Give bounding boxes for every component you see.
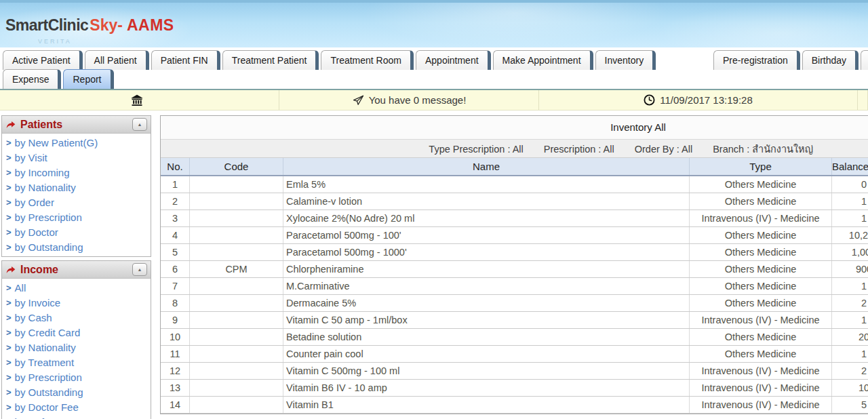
sidebar-item-by-outstanding[interactable]: > by Outstanding (5, 239, 151, 254)
sidebar-item-all[interactable]: > All (5, 280, 151, 295)
chevron-right-icon: > (6, 182, 12, 193)
tab-inventory[interactable]: Inventory (595, 50, 656, 70)
table-header-row: No. Code Name Type Balance (161, 158, 868, 176)
sidebar-item-by-nationality[interactable]: > by Nationality (5, 180, 151, 195)
cell-type: Others Medicine (690, 260, 832, 277)
status-end-segment (858, 90, 868, 110)
column-header-no: No. (161, 158, 190, 176)
cell-no: 12 (161, 362, 190, 379)
tab-active-patient[interactable]: Active Patient (3, 50, 83, 70)
cell-name: Calamine-v lotion (283, 193, 690, 210)
sidebar-item-by-doctor-fee[interactable]: > by Doctor Fee (5, 399, 151, 414)
sidebar-item-by-incoming[interactable]: > by Incoming (5, 165, 151, 180)
chevron-right-icon: > (6, 167, 12, 178)
sidebar-item-by-cash[interactable]: > by Cash (5, 310, 151, 325)
inventory-table-body: 1 Emla 5% Others Medicine 0 2 Calamine-v… (161, 176, 868, 413)
cell-type: Others Medicine (690, 277, 832, 294)
tab-m[interactable]: M (861, 50, 868, 70)
cell-type: Others Medicine (690, 345, 832, 362)
cell-type: Others Medicine (690, 294, 832, 311)
sidebar-item-by-prescription[interactable]: > by Prescription (5, 370, 151, 384)
sidebar-item-by-treatment[interactable]: > by Treatment (5, 355, 151, 370)
cell-type: Others Medicine (690, 193, 832, 210)
sidebar-section-header: Income ▲ (2, 261, 151, 279)
cell-no: 14 (161, 396, 190, 413)
tab-all-patient[interactable]: All Patient (85, 50, 149, 70)
cell-type: Intravenous (IV) - Medicine (690, 396, 832, 413)
collapse-button[interactable]: ▲ (132, 118, 147, 131)
sidebar-item-by-referrer[interactable]: > by Referrer (5, 414, 151, 419)
chevron-right-icon: > (6, 387, 12, 397)
cell-code (190, 294, 283, 311)
report-panel: Inventory All Type Prescription : AllPre… (160, 115, 868, 414)
sidebar-item-by-nationality[interactable]: > by Nationality (5, 340, 151, 355)
sidebar-item-by-doctor[interactable]: > by Doctor (5, 224, 151, 239)
cell-balance: 2 (832, 294, 868, 311)
cell-code (190, 328, 283, 345)
red-arrow-icon (5, 119, 16, 130)
cell-code (190, 277, 283, 294)
cell-code (190, 396, 283, 413)
tab-treatment-room[interactable]: Treatment Room (321, 50, 414, 70)
sidebar-item-by-visit[interactable]: > by Visit (5, 150, 151, 165)
cell-balance: 1 (832, 193, 868, 210)
status-datetime-text: 11/09/2017 13:19:28 (660, 94, 753, 106)
cell-balance: 2 (832, 362, 868, 379)
tab-patient-fin[interactable]: Patient FIN (151, 50, 220, 70)
collapse-button[interactable]: ▲ (132, 263, 147, 276)
tab-appointment[interactable]: Appointment (416, 50, 491, 70)
sidebar-item-by-credit-card[interactable]: > by Credit Card (5, 325, 151, 340)
status-bar: You have 0 message! 11/09/2017 13:19:28 (0, 90, 868, 111)
tab-birthday[interactable]: Birthday (802, 50, 859, 70)
chevron-right-icon: > (6, 327, 12, 338)
sidebar-item-label: by Nationality (15, 342, 76, 353)
cell-name: Counter pain cool (283, 345, 690, 362)
red-arrow-icon (5, 264, 16, 275)
tab-pre-registration[interactable]: Pre-registration (713, 50, 800, 70)
tab-label: Make Appointment (502, 55, 581, 66)
sidebar-item-by-invoice[interactable]: > by Invoice (5, 295, 151, 310)
cell-name: Emla 5% (283, 176, 690, 193)
cell-no: 11 (161, 345, 190, 362)
table-row: 8 Dermacaine 5% Others Medicine 2 (161, 294, 868, 311)
sidebar-item-by-order[interactable]: > by Order (5, 195, 151, 210)
sidebar-item-label: by Nationality (15, 182, 76, 193)
sidebar-item-by-outstanding[interactable]: > by Outstanding (5, 384, 151, 399)
sidebar-section-income: Income ▲ > All > by Invoice > by Cash > … (1, 260, 151, 419)
chevron-right-icon: > (6, 417, 12, 419)
sidebar-item-label: by Credit Card (15, 327, 81, 338)
tab-label: Treatment Patient (232, 55, 307, 66)
sidebar-item-label: by Incoming (15, 167, 70, 178)
cell-code (190, 193, 283, 210)
sidebar-item-by-new-patient-g[interactable]: > by New Patient(G) (5, 135, 151, 150)
sidebar-item-label: by Outstanding (15, 386, 83, 398)
chevron-right-icon: > (6, 357, 12, 367)
tab-make-appointment[interactable]: Make Appointment (493, 50, 593, 70)
cell-name: Vitamin B6 IV - 10 amp (283, 379, 690, 396)
sidebar-item-by-prescription[interactable]: > by Prescription (5, 210, 151, 224)
tab-label: Expense (12, 74, 49, 85)
cell-no: 8 (161, 294, 190, 311)
column-header-type: Type (690, 158, 832, 176)
cell-name: Paracetamol 500mg - 1000' (283, 243, 690, 260)
cell-balance: 1 (832, 345, 868, 362)
cell-balance: 10 (832, 379, 868, 396)
column-header-name: Name (283, 158, 690, 176)
table-row: 9 Vitamin C 50 amp - 1ml/box Intravenous… (161, 311, 868, 328)
report-title-row: Inventory All (161, 116, 868, 139)
cell-code (190, 345, 283, 362)
logo-aams: AAMS (127, 16, 174, 34)
tab-expense[interactable]: Expense (3, 69, 61, 89)
cell-name: Vitamin C 50 amp - 1ml/box (283, 311, 690, 328)
table-row: 11 Counter pain cool Others Medicine 1 (161, 345, 868, 362)
cell-balance: 1 (832, 311, 868, 328)
cell-code (190, 379, 283, 396)
sidebar-section-patients: Patients ▲ > by New Patient(G) > by Visi… (1, 115, 151, 257)
tab-report[interactable]: Report (63, 69, 113, 89)
tab-treatment-patient[interactable]: Treatment Patient (222, 50, 319, 70)
report-filter-row: Type Prescription : AllPrescription : Al… (161, 139, 868, 158)
cell-name: Vitamin B1 (283, 396, 690, 413)
sidebar-item-label: by Prescription (15, 212, 82, 223)
app-logo: SmartClinicSky-AAMS (5, 16, 174, 35)
report-filter-type-prescription: Type Prescription : All (429, 144, 523, 155)
